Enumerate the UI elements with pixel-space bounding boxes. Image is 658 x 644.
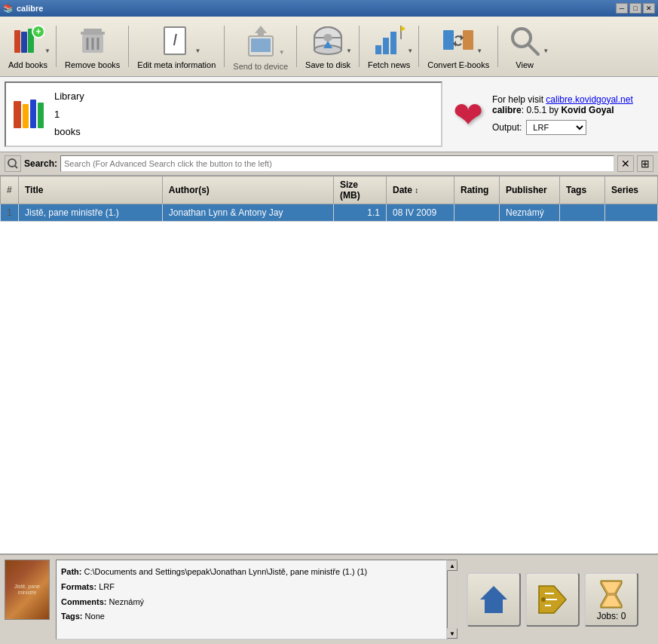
advanced-search-button[interactable] <box>5 155 21 172</box>
edit-tags-button[interactable] <box>525 572 580 627</box>
col-header-title[interactable]: Title <box>19 176 163 204</box>
library-label: Library <box>54 87 84 105</box>
search-bar: Search: ✕ ⊞ <box>0 152 658 176</box>
cell-date: 08 IV 2009 <box>387 204 454 222</box>
edit-meta-button[interactable]: I ▼ Edit meta information <box>130 20 222 73</box>
convert-ebooks-label: Convert E-books <box>427 60 489 69</box>
svg-marker-15 <box>255 26 267 36</box>
table-row[interactable]: 1 Jistě, pane ministře (1.) Jonathan Lyn… <box>1 204 658 222</box>
add-books-dropdown-arrow: ▼ <box>44 48 50 54</box>
open-book-button[interactable] <box>467 572 521 627</box>
col-header-rating[interactable]: Rating <box>454 176 500 204</box>
save-search-button[interactable]: ⊞ <box>637 155 653 172</box>
output-format-select[interactable]: LRF EPUB MOBI PDF <box>526 120 586 135</box>
svg-line-32 <box>528 44 538 54</box>
col-header-num: # <box>1 176 19 204</box>
send-to-device-button[interactable]: ▼ Send to device <box>226 20 295 73</box>
cell-title: Jistě, pane ministře (1.) <box>19 204 163 222</box>
add-books-label: Add books <box>8 60 47 69</box>
tags-label: Tags: <box>61 612 83 621</box>
edit-meta-icon: I ▼ <box>158 23 194 57</box>
convert-ebooks-dropdown-arrow: ▼ <box>476 48 482 54</box>
title-bar: 📚 calibre ─ □ ✕ <box>0 0 658 17</box>
svg-rect-1 <box>21 32 27 53</box>
col-header-tags[interactable]: Tags <box>560 176 605 204</box>
path-row: Path: C:\Documents and Settings\pepak\Jo… <box>61 565 442 580</box>
view-button[interactable]: ▼ View <box>500 20 549 73</box>
col-header-series[interactable]: Series <box>605 176 658 204</box>
close-button[interactable]: ✕ <box>643 3 655 14</box>
cell-num: 1 <box>1 204 19 222</box>
view-label: View <box>516 60 534 69</box>
help-prefix: For help visit <box>492 94 546 105</box>
svg-rect-24 <box>390 32 396 54</box>
toolbar-separator-6 <box>418 26 419 67</box>
col-header-date[interactable]: Date ↕ <box>387 176 454 204</box>
col-header-publisher[interactable]: Publisher <box>500 176 560 204</box>
calibre-details: For help visit calibre.kovidgoyal.net ca… <box>492 94 633 135</box>
scroll-down-button[interactable]: ▼ <box>447 628 458 639</box>
svg-rect-0 <box>14 30 20 53</box>
search-label: Search: <box>24 158 57 169</box>
formats-value: LRF <box>99 582 115 591</box>
edit-meta-label: Edit meta information <box>137 60 216 69</box>
col-header-size[interactable]: Size (MB) <box>334 176 387 204</box>
add-books-button[interactable]: + ▼ Add books <box>2 20 54 73</box>
remove-books-icon <box>75 23 111 57</box>
calibre-help-text: For help visit calibre.kovidgoyal.net <box>492 94 633 105</box>
date-sort-icon: ↕ <box>415 186 418 195</box>
library-count: 1 <box>54 106 84 123</box>
scroll-up-button[interactable]: ▲ <box>447 560 458 571</box>
calibre-version-line: calibre: 0.5.1 by Kovid Goyal <box>492 105 633 115</box>
edit-meta-dropdown-arrow: ▼ <box>194 48 200 54</box>
convert-ebooks-button[interactable]: ▼ Convert E-books <box>421 20 496 73</box>
toolbar-separator-5 <box>359 26 360 67</box>
output-label: Output: <box>492 122 522 133</box>
search-input[interactable] <box>60 155 614 172</box>
jobs-button[interactable]: Jobs: 0 <box>584 572 638 627</box>
app-icon: 📚 <box>3 4 14 14</box>
book-details: Jistě, pane ministře Path: C:\Documents … <box>0 555 462 644</box>
svg-text:I: I <box>173 30 177 49</box>
toolbar: + ▼ Add books Remove books I <box>0 17 658 77</box>
cell-series <box>605 204 658 222</box>
save-to-disk-label: Save to disk <box>305 60 350 69</box>
minimize-button[interactable]: ─ <box>616 3 628 14</box>
bottom-right-panel: Jobs: 0 <box>462 555 658 644</box>
fetch-news-dropdown-arrow: ▼ <box>407 48 413 54</box>
calibre-link[interactable]: calibre.kovidgoyal.net <box>546 94 632 105</box>
table-body: 1 Jistě, pane ministře (1.) Jonathan Lyn… <box>1 204 658 222</box>
library-unit: books <box>54 123 84 140</box>
comments-row: Comments: Neznámý <box>61 595 442 610</box>
col-header-authors[interactable]: Author(s) <box>162 176 333 204</box>
book-info-text: Path: C:\Documents and Settings\pepak\Jo… <box>57 560 446 629</box>
calibre-name: calibre <box>492 105 522 115</box>
svg-point-43 <box>541 597 546 602</box>
table-container: # Title Author(s) Size (MB) Date ↕ Ratin… <box>0 176 658 554</box>
book-info-wrapper: Path: C:\Documents and Settings\pepak\Jo… <box>56 560 458 639</box>
library-info: Library 1 books <box>5 81 442 147</box>
send-to-device-dropdown-arrow: ▼ <box>279 49 285 56</box>
add-books-icon: + ▼ <box>10 23 46 57</box>
title-bar-controls: ─ □ ✕ <box>616 3 655 14</box>
maximize-button[interactable]: □ <box>629 3 641 14</box>
formats-label: Formats: <box>61 582 96 591</box>
main-content: # Title Author(s) Size (MB) Date ↕ Ratin… <box>0 176 658 554</box>
clear-search-button[interactable]: ✕ <box>617 155 634 172</box>
svg-rect-36 <box>38 103 44 128</box>
calibre-info: ❤ For help visit calibre.kovidgoyal.net … <box>447 77 658 152</box>
by-text: by <box>549 105 559 115</box>
remove-books-button[interactable]: Remove books <box>58 20 127 73</box>
fetch-news-button[interactable]: ▼ Fetch news <box>361 20 417 73</box>
view-icon: ▼ <box>507 23 543 57</box>
svg-text:+: + <box>35 26 41 37</box>
remove-books-label: Remove books <box>65 60 120 69</box>
jobs-label: Jobs: 0 <box>597 611 626 621</box>
save-to-disk-icon: ▼ <box>310 23 346 57</box>
hourglass-icon <box>595 578 628 611</box>
svg-rect-23 <box>383 38 389 54</box>
library-books-icon <box>12 98 45 131</box>
books-table: # Title Author(s) Size (MB) Date ↕ Ratin… <box>0 176 658 222</box>
save-to-disk-button[interactable]: ▼ Save to disk <box>298 20 357 73</box>
svg-point-20 <box>323 34 332 41</box>
